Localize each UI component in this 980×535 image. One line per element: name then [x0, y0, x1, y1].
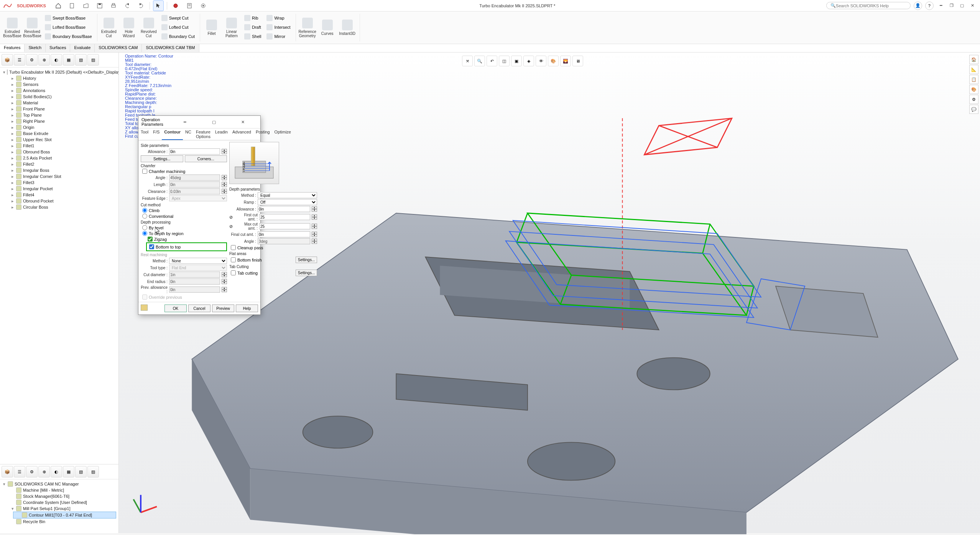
- fm-tab-cam2[interactable]: ▧: [75, 54, 87, 66]
- select-button[interactable]: [153, 0, 164, 11]
- search-input[interactable]: [836, 3, 906, 8]
- rib-button[interactable]: Rib: [242, 14, 263, 22]
- tree-item[interactable]: ▸Circular Boss: [8, 204, 116, 210]
- cam-item[interactable]: ▾Mill Part Setup1 [Group1]: [8, 505, 116, 512]
- feature-edge-select[interactable]: Apex: [169, 195, 227, 201]
- to-depth-radio[interactable]: [142, 231, 147, 236]
- undo-button[interactable]: [122, 0, 133, 11]
- wrap-button[interactable]: Wrap: [265, 14, 292, 22]
- cam-root[interactable]: ▾SOLIDWORKS CAM NC Manager: [2, 481, 116, 487]
- tab-settings-button[interactable]: Settings...: [296, 270, 317, 276]
- boundary-boss-button[interactable]: Boundary Boss/Base: [43, 32, 94, 41]
- feature-tree[interactable]: ▾Turbo Encabulator Mk II 2025 (Default) …: [0, 67, 118, 464]
- hole-wizard-button[interactable]: Hole Wizard: [120, 14, 138, 41]
- cam-item[interactable]: Stock Manager[6061-T6]: [8, 493, 116, 499]
- revolved-cut-button[interactable]: Revolved Cut: [140, 14, 158, 41]
- maximize-button[interactable]: ▢: [957, 1, 967, 10]
- options-button[interactable]: [198, 0, 209, 11]
- instant3d-button[interactable]: Instant3D: [338, 14, 357, 41]
- zigzag-check[interactable]: [148, 237, 153, 242]
- chamfer-machining-check[interactable]: [142, 169, 147, 174]
- bottom-to-top-check[interactable]: [149, 244, 154, 249]
- cam-tb-3[interactable]: ⚙: [26, 466, 38, 477]
- dialog-close-button[interactable]: ✕: [229, 119, 258, 125]
- ramp-select[interactable]: Off: [258, 199, 317, 205]
- cam-tb-4[interactable]: ⊕: [38, 466, 50, 477]
- fm-tab-config[interactable]: ⚙: [26, 54, 38, 66]
- help-button[interactable]: Help: [236, 305, 258, 312]
- dtab-optimize[interactable]: Optimize: [272, 128, 293, 140]
- ok-button[interactable]: OK: [164, 305, 187, 312]
- tab-features[interactable]: Features: [0, 44, 25, 52]
- help-icon[interactable]: ?: [925, 2, 934, 10]
- cam-tree[interactable]: ▾SOLIDWORKS CAM NC Manager Machine [Mill…: [0, 479, 118, 526]
- file-properties-button[interactable]: [184, 0, 195, 11]
- tree-item[interactable]: ▸Origin: [8, 124, 116, 130]
- fm-tab-appearance[interactable]: ◐: [51, 54, 62, 66]
- depth-method-select[interactable]: Equal: [258, 192, 317, 198]
- cam-tb-1[interactable]: 📦: [2, 466, 13, 477]
- chamfer-angle-spinner[interactable]: ▲▼: [222, 175, 227, 180]
- swept-cut-button[interactable]: Swept Cut: [159, 14, 197, 22]
- tree-item[interactable]: ▸Irregular Boss: [8, 167, 116, 173]
- max-cut-input[interactable]: [259, 223, 310, 229]
- tree-item[interactable]: ▸2.5 Axis Pocket: [8, 155, 116, 161]
- tab-solidworks-cam[interactable]: SOLIDWORKS CAM: [95, 44, 142, 52]
- dialog-maximize-button[interactable]: ▢: [199, 119, 229, 125]
- cam-tb-5[interactable]: ◐: [51, 466, 62, 477]
- chamfer-clearance-input[interactable]: [169, 188, 220, 194]
- tree-item[interactable]: ▸Fillet3: [8, 179, 116, 186]
- tree-item[interactable]: ▸Obround Boss: [8, 149, 116, 155]
- dtab-contour[interactable]: Contour: [162, 128, 183, 140]
- shell-button[interactable]: Shell: [242, 32, 263, 41]
- tree-item[interactable]: ▸Front Plane: [8, 106, 116, 112]
- draft-button[interactable]: Draft: [242, 23, 263, 31]
- tree-item[interactable]: ▸Obround Pocket: [8, 198, 116, 204]
- preview-button[interactable]: Preview: [212, 305, 234, 312]
- by-level-radio[interactable]: [142, 225, 147, 230]
- fillet-button[interactable]: Fillet: [202, 14, 221, 41]
- conventional-radio[interactable]: [142, 214, 147, 219]
- extruded-cut-button[interactable]: Extruded Cut: [100, 14, 118, 41]
- cam-tb-8[interactable]: ▨: [87, 466, 99, 477]
- dtab-advanced[interactable]: Advanced: [230, 128, 253, 140]
- tree-item[interactable]: ▸Top Plane: [8, 112, 116, 118]
- allowance-input[interactable]: [169, 148, 220, 155]
- tab-evaluate[interactable]: Evaluate: [70, 44, 95, 52]
- tree-item[interactable]: ▸Right Plane: [8, 118, 116, 124]
- cam-item[interactable]: Contour Mill1[T03 - 0.47 Flat End]: [13, 512, 116, 519]
- tab-solidworks-cam-tbm[interactable]: SOLIDWORKS CAM TBM: [142, 44, 199, 52]
- close-button[interactable]: ✕: [968, 1, 977, 10]
- tab-cutting-check[interactable]: [231, 270, 236, 275]
- minimize-button[interactable]: ━: [937, 1, 946, 10]
- tree-item[interactable]: ▸History: [8, 75, 116, 81]
- rest-prev-allow-input[interactable]: [169, 286, 220, 293]
- chamfer-clearance-spinner[interactable]: ▲▼: [222, 189, 227, 194]
- chamfer-length-spinner[interactable]: ▲▼: [222, 182, 227, 187]
- intersect-button[interactable]: Intersect: [265, 23, 292, 31]
- open-button[interactable]: [81, 0, 91, 11]
- user-icon[interactable]: 👤: [914, 2, 922, 10]
- first-cut-input[interactable]: [259, 214, 310, 220]
- rest-method-select[interactable]: None: [169, 258, 227, 264]
- cam-item[interactable]: Machine [Mill - Metric]: [8, 487, 116, 493]
- print-button[interactable]: [108, 0, 119, 11]
- lofted-boss-button[interactable]: Lofted Boss/Base: [43, 23, 94, 31]
- dialog-minimize-button[interactable]: ━: [171, 119, 200, 125]
- side-corners-button[interactable]: Corners...: [185, 155, 227, 162]
- chamfer-length-input[interactable]: [169, 181, 220, 188]
- curves-button[interactable]: Curves: [318, 14, 337, 41]
- help-search[interactable]: 🔍: [826, 2, 911, 9]
- tree-item[interactable]: ▸Irregular Pocket: [8, 186, 116, 192]
- link-icon[interactable]: ⊘: [229, 215, 235, 220]
- extruded-boss-button[interactable]: Extruded Boss/Base: [3, 14, 21, 41]
- linear-pattern-button[interactable]: Linear Pattern: [222, 14, 241, 41]
- flat-settings-button[interactable]: Settings...: [296, 257, 317, 263]
- fm-tab-dimxpert[interactable]: ⊕: [38, 54, 50, 66]
- bottom-finish-check[interactable]: [231, 257, 236, 262]
- new-button[interactable]: [67, 0, 77, 11]
- allowance-spinner[interactable]: ▲▼: [222, 149, 227, 154]
- lofted-cut-button[interactable]: Lofted Cut: [159, 23, 197, 31]
- tree-root[interactable]: ▾Turbo Encabulator Mk II 2025 (Default) …: [2, 69, 116, 75]
- fm-tab-property[interactable]: ☰: [14, 54, 25, 66]
